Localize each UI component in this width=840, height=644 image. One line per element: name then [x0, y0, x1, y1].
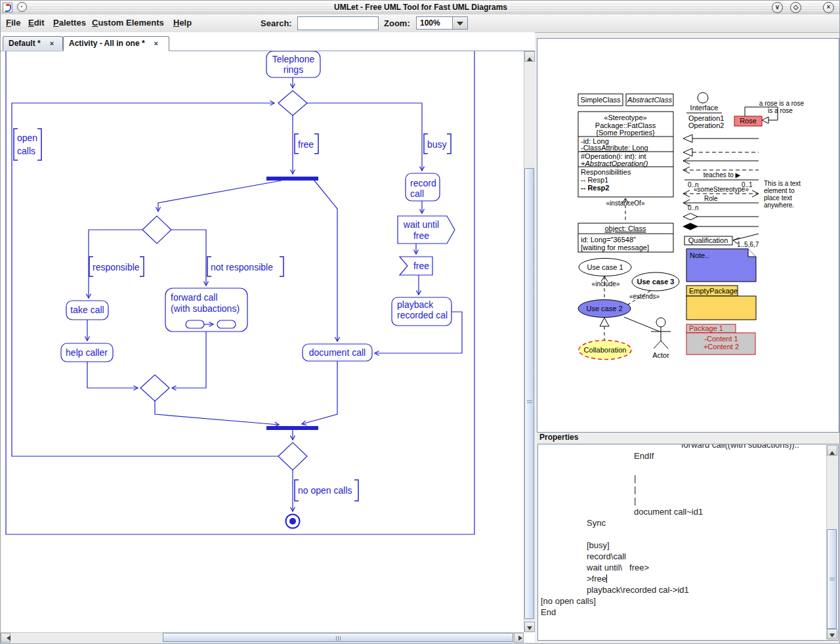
edge-merge-to-join[interactable]	[155, 401, 279, 425]
svg-text:responsible: responsible	[93, 262, 140, 272]
edge-help-to-merge[interactable]	[87, 362, 138, 388]
svg-text:id: Long="36548": id: Long="36548"	[581, 236, 636, 244]
svg-text:«Stereotype»: «Stereotype»	[604, 114, 646, 121]
search-input[interactable]	[297, 16, 379, 30]
svg-text:is a rose: is a rose	[768, 107, 793, 114]
tab-activity-label: Activity - All in one *	[69, 39, 145, 48]
zoom-combobox[interactable]: 100%	[416, 16, 468, 30]
svg-text:Interface: Interface	[690, 104, 719, 112]
maximize-button[interactable]: ◇	[790, 2, 801, 13]
tab-default[interactable]: Default *×	[3, 36, 63, 50]
umlet-window: UMLet - Free UML Tool for Fast UML Diagr…	[0, 0, 840, 644]
horizontal-scroll-thumb[interactable]	[163, 633, 513, 642]
tab-default-label: Default *	[9, 39, 41, 48]
close-button[interactable]: ×	[823, 2, 834, 13]
tab-close-icon[interactable]: ×	[154, 39, 158, 47]
menu-custom-elements[interactable]: Custom Elements	[92, 18, 164, 28]
subaction-1[interactable]	[186, 320, 204, 328]
title-bar[interactable]: UMLet - Free UML Tool for Fast UML Diagr…	[1, 1, 840, 15]
text-cursor	[606, 574, 607, 583]
decision-1[interactable]	[278, 91, 307, 116]
svg-text:a rose is a rose: a rose is a rose	[759, 100, 805, 107]
vertical-scroll-thumb[interactable]	[524, 168, 534, 619]
chevron-down-icon[interactable]	[452, 17, 467, 29]
svg-text:Use case 1: Use case 1	[587, 263, 623, 271]
properties-scrollbar[interactable]	[826, 445, 837, 639]
minimize-button[interactable]: ∨	[772, 2, 783, 13]
canvas-vertical-scrollbar[interactable]	[524, 51, 535, 632]
svg-text:Actor: Actor	[652, 351, 669, 359]
svg-text:Note..: Note..	[690, 251, 709, 259]
final-node-dot	[289, 518, 296, 525]
search-label: Search:	[261, 18, 292, 28]
svg-text:[waiting for message]: [waiting for message]	[581, 244, 649, 251]
svg-text:playback: playback	[397, 299, 434, 310]
svg-text:element to: element to	[764, 187, 795, 194]
scroll-up-icon[interactable]	[827, 445, 837, 456]
svg-text:take call: take call	[70, 305, 104, 315]
activity-diagram-svg: Telephone rings open calls free busy rec…	[1, 51, 524, 632]
diagram-pane: Default *× Activity - All in one *×	[1, 32, 535, 642]
menu-palettes[interactable]: Palettes	[53, 18, 86, 28]
join-bar[interactable]	[266, 426, 318, 430]
menu-bar: File Edit Palettes Custom Elements Help …	[1, 14, 840, 33]
svg-text:«include»: «include»	[592, 280, 620, 288]
scroll-right-icon[interactable]	[514, 633, 524, 643]
svg-text:free: free	[413, 230, 429, 241]
edge-busy-to-record[interactable]	[307, 103, 422, 171]
edge-fork-to-document[interactable]	[314, 181, 337, 341]
tab-close-icon[interactable]: ×	[50, 39, 54, 47]
svg-text:-Content 1: -Content 1	[704, 335, 738, 343]
diagram-canvas[interactable]: Telephone rings open calls free busy rec…	[1, 51, 524, 632]
properties-text[interactable]: forward call((with subactions)).. EndIf …	[538, 444, 826, 618]
svg-text:busy: busy	[427, 139, 447, 150]
menu-help[interactable]: Help	[173, 18, 192, 28]
edge-open-calls-loop[interactable]	[12, 103, 278, 456]
menu-file[interactable]: File	[6, 18, 20, 28]
scroll-up-icon[interactable]	[524, 51, 535, 62]
canvas-horizontal-scrollbar[interactable]	[1, 632, 524, 643]
fork-bar[interactable]	[266, 177, 318, 181]
uml-palette-panel[interactable]: SimpleClass AbstractClass «Stereotype» P…	[537, 38, 839, 433]
svg-text:anywhere.: anywhere.	[764, 202, 794, 209]
scroll-down-icon[interactable]	[524, 622, 535, 632]
svg-text:(with subactions): (with subactions)	[171, 303, 240, 314]
svg-text:free: free	[298, 139, 314, 150]
tab-activity-all-in-one[interactable]: Activity - All in one *×	[63, 36, 169, 51]
svg-text:rings: rings	[284, 64, 303, 75]
subaction-2[interactable]	[217, 320, 236, 328]
svg-text:Qualification: Qualification	[688, 236, 728, 244]
zoom-value: 100%	[420, 18, 440, 28]
scroll-down-icon[interactable]	[827, 629, 837, 639]
decision-2[interactable]	[142, 216, 171, 244]
svg-text:0..n: 0..n	[688, 204, 699, 211]
window-title: UMLet - Free UML Tool for Fast UML Diagr…	[1, 3, 840, 12]
palette-interface[interactable]	[698, 93, 708, 103]
edge-forward-to-merge[interactable]	[172, 332, 206, 388]
menu-edit[interactable]: Edit	[28, 18, 45, 28]
properties-scroll-thumb[interactable]	[827, 529, 837, 629]
svg-text:calls: calls	[17, 146, 35, 156]
edge-document-to-join[interactable]	[302, 361, 337, 424]
scroll-left-icon[interactable]	[1, 633, 10, 643]
palette-actor[interactable]	[624, 317, 671, 349]
generalization-triangle	[600, 318, 609, 326]
palette-svg: SimpleClass AbstractClass «Stereotype» P…	[537, 39, 839, 432]
svg-text:Package 1: Package 1	[689, 324, 723, 332]
decision-4[interactable]	[278, 442, 307, 470]
svg-text:open: open	[17, 133, 37, 143]
edge-fork-to-decision2[interactable]	[158, 181, 282, 211]
svg-text:Responsibilities: Responsibilities	[581, 168, 631, 176]
svg-text:record: record	[410, 178, 436, 188]
svg-text:This is a text: This is a text	[764, 180, 801, 187]
svg-text:+AbstractOperation(): +AbstractOperation()	[581, 160, 648, 167]
svg-text:«someStereotype»: «someStereotype»	[694, 186, 749, 193]
svg-text:+Content 2: +Content 2	[704, 343, 739, 351]
svg-text:document call: document call	[309, 347, 366, 358]
svg-text:place text: place text	[764, 194, 792, 202]
properties-editor[interactable]: forward call((with subactions)).. EndIf …	[537, 444, 839, 641]
svg-text:Use case 2: Use case 2	[586, 305, 622, 312]
svg-text:call: call	[410, 188, 424, 199]
merge-diamond[interactable]	[140, 375, 169, 401]
edge-notresp-to-forward[interactable]	[171, 230, 206, 286]
